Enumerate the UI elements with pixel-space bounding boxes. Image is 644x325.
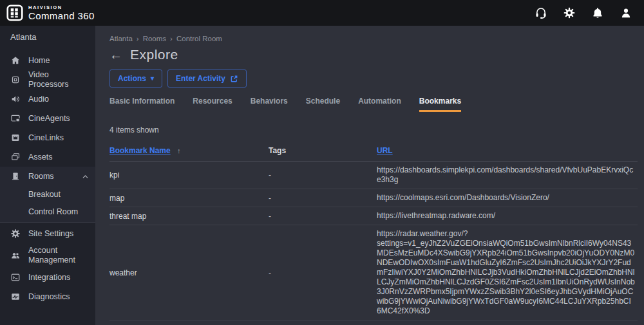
top-bar-actions xyxy=(535,6,632,19)
main-content: Atlanta › Rooms › Control Room ← Explore… xyxy=(95,26,644,325)
table-row[interactable]: kpi - https://dashboards.simplekpi.com/d… xyxy=(109,162,638,189)
cinelinks-icon xyxy=(10,133,21,143)
audio-icon xyxy=(10,94,21,104)
bookmark-url: https://livethreatmap.radware.com/ xyxy=(377,211,638,221)
bookmark-name: weather xyxy=(109,268,269,277)
tab-bar: Basic Information Resources Behaviors Sc… xyxy=(109,97,638,112)
tab-resources[interactable]: Resources xyxy=(193,97,232,112)
bookmark-url: https://dashboards.simplekpi.com/dashboa… xyxy=(377,165,638,185)
breadcrumb-separator-icon: › xyxy=(137,35,139,42)
table-row[interactable]: weather - https://radar.weather.gov/?set… xyxy=(109,225,638,320)
sidebar-item-site-settings[interactable]: Site Settings xyxy=(0,224,95,243)
sidebar-item-audio[interactable]: Audio xyxy=(0,89,95,109)
tab-schedule[interactable]: Schedule xyxy=(306,97,340,112)
breadcrumb-control-room[interactable]: Control Room xyxy=(176,35,222,42)
site-settings-icon xyxy=(10,228,21,239)
sidebar-item-cineagents[interactable]: CineAgents xyxy=(0,109,95,128)
diagnostics-icon xyxy=(10,292,21,302)
bookmark-tags: - xyxy=(269,171,377,180)
rooms-icon xyxy=(10,171,21,181)
home-icon xyxy=(10,55,21,66)
external-link-icon xyxy=(230,75,238,83)
bookmark-tags: - xyxy=(269,268,377,277)
account-management-icon xyxy=(10,250,21,261)
sort-ascending-icon: ↑ xyxy=(177,147,181,154)
sidebar: Atlanta Home Video Processors Audio xyxy=(0,26,95,325)
actions-button[interactable]: Actions ▾ xyxy=(109,70,162,88)
tab-behaviors[interactable]: Behaviors xyxy=(251,97,288,112)
sidebar-item-account-management[interactable]: Account Management xyxy=(0,243,95,268)
bookmark-url: https://radar.weather.gov/?settings=v1_e… xyxy=(377,229,638,316)
sidebar-item-control-room[interactable]: Control Room xyxy=(0,203,95,221)
breadcrumb-rooms[interactable]: Rooms xyxy=(143,35,166,42)
breadcrumb-separator-icon: › xyxy=(170,35,173,42)
user-profile-icon[interactable] xyxy=(620,6,632,19)
column-header-url[interactable]: URL xyxy=(377,146,638,155)
haivision-logo-icon xyxy=(6,5,23,21)
items-shown-count: 4 items shown xyxy=(109,125,638,135)
rooms-group: Rooms Breakout Control Room xyxy=(0,167,95,223)
sidebar-item-rooms[interactable]: Rooms xyxy=(0,167,95,186)
back-arrow-icon[interactable]: ← xyxy=(109,48,122,61)
breadcrumb: Atlanta › Rooms › Control Room xyxy=(109,35,638,42)
notifications-bell-icon[interactable] xyxy=(591,6,604,19)
bookmark-name: threat map xyxy=(109,212,269,221)
settings-gear-icon[interactable] xyxy=(563,6,576,19)
bookmark-url: https://coolmaps.esri.com/Dashboards/Vis… xyxy=(377,193,638,203)
caret-down-icon: ▾ xyxy=(151,75,154,82)
brand[interactable]: HAIVISION Command 360 xyxy=(6,5,95,21)
sidebar-item-diagnostics[interactable]: Diagnostics xyxy=(0,287,95,306)
table-row[interactable]: map - https://coolmaps.esri.com/Dashboar… xyxy=(109,189,638,207)
column-header-bookmark-name[interactable]: Bookmark Name ↑ xyxy=(109,146,269,155)
page-title: Explore xyxy=(130,47,178,62)
sidebar-item-cinelinks[interactable]: CineLinks xyxy=(0,128,95,147)
tab-bookmarks[interactable]: Bookmarks xyxy=(419,97,461,112)
table-row[interactable]: threat map - https://livethreatmap.radwa… xyxy=(109,207,638,225)
bookmark-name: map xyxy=(109,194,269,203)
top-bar: HAIVISION Command 360 xyxy=(0,0,644,26)
column-header-tags: Tags xyxy=(269,146,377,155)
tab-basic-information[interactable]: Basic Information xyxy=(109,97,175,112)
video-processors-icon xyxy=(10,75,21,85)
site-name: Atlanta xyxy=(0,26,95,51)
bookmark-tags: - xyxy=(269,194,377,203)
bookmark-tags: - xyxy=(269,212,377,221)
tab-automation[interactable]: Automation xyxy=(358,97,401,112)
sidebar-item-assets[interactable]: Assets xyxy=(0,147,95,167)
sidebar-item-integrations[interactable]: Integrations xyxy=(0,268,95,287)
support-headset-icon[interactable] xyxy=(535,6,547,19)
chevron-up-icon xyxy=(82,173,89,180)
sidebar-item-home[interactable]: Home xyxy=(0,51,95,70)
breadcrumb-atlanta[interactable]: Atlanta xyxy=(109,35,133,42)
brand-name: HAIVISION xyxy=(28,5,95,10)
table-header-row: Bookmark Name ↑ Tags URL xyxy=(109,143,638,162)
sidebar-item-video-processors[interactable]: Video Processors xyxy=(0,70,95,89)
bookmark-name: kpi xyxy=(109,171,269,180)
sidebar-item-breakout[interactable]: Breakout xyxy=(0,186,95,203)
cineagents-icon xyxy=(10,113,21,124)
enter-activity-button[interactable]: Enter Activity xyxy=(167,70,247,88)
integrations-icon xyxy=(10,272,21,283)
bookmarks-table: Bookmark Name ↑ Tags URL kpi - https://d… xyxy=(109,143,638,320)
assets-icon xyxy=(10,152,21,162)
brand-product: Command 360 xyxy=(28,11,95,21)
